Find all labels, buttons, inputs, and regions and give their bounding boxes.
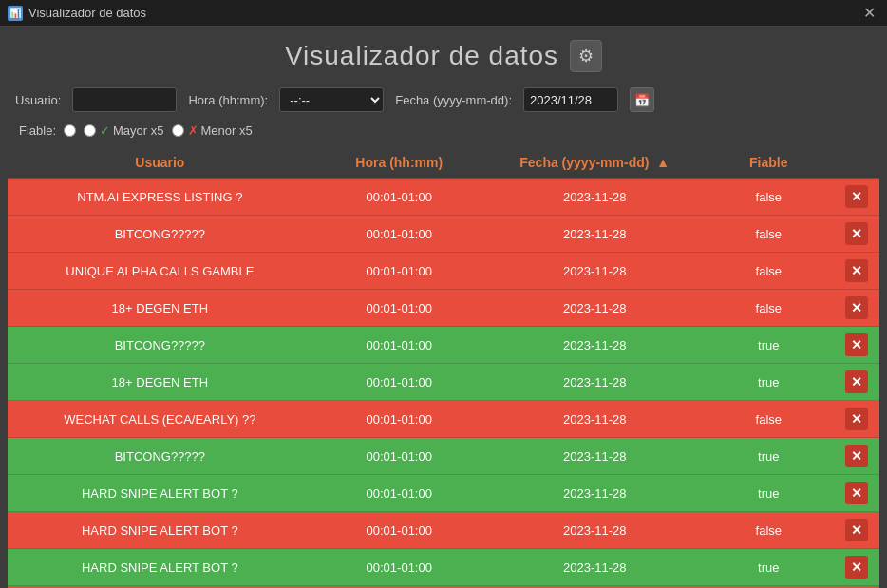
sort-arrow: ▲ — [656, 155, 670, 170]
cell-usuario: WECHAT CALLS (ECA/EARLY) ?? — [8, 401, 312, 438]
radio-menor-label: Menor x5 — [201, 123, 253, 138]
close-button[interactable]: ✕ — [859, 4, 879, 22]
cell-hora: 00:01-01:00 — [312, 216, 486, 253]
cell-fiable: true — [704, 549, 834, 586]
calendar-button[interactable]: 📅 — [630, 87, 654, 112]
table-container: Usuario Hora (hh:mm) Fecha (yyyy-mm-dd) … — [8, 147, 879, 588]
cell-hora: 00:01-01:00 — [312, 401, 486, 438]
hora-select[interactable]: --:-- — [279, 87, 384, 112]
radio-mayor[interactable] — [84, 124, 96, 137]
delete-button[interactable]: ✕ — [845, 296, 868, 319]
cell-hora: 00:01-01:00 — [312, 327, 486, 364]
cell-action: ✕ — [834, 549, 879, 586]
delete-button[interactable]: ✕ — [845, 408, 868, 430]
cell-fecha: 2023-11-28 — [486, 216, 704, 253]
radio-mayor-group: ✓ Mayor x5 — [84, 123, 163, 138]
cell-action: ✕ — [834, 475, 879, 512]
delete-button[interactable]: ✕ — [845, 333, 868, 356]
cell-fecha: 2023-11-28 — [486, 549, 704, 586]
cell-action: ✕ — [834, 438, 879, 475]
col-header-fiable[interactable]: Fiable — [704, 147, 834, 179]
cell-fiable: true — [704, 327, 834, 364]
calendar-icon: 📅 — [634, 93, 650, 107]
table-row: UNIQUE ALPHA CALLS GAMBLE00:01-01:002023… — [8, 253, 879, 290]
cell-fecha: 2023-11-28 — [486, 253, 704, 290]
cell-usuario: HARD SNIPE ALERT BOT ? — [8, 512, 312, 549]
cell-hora: 00:01-01:00 — [312, 290, 486, 327]
delete-button[interactable]: ✕ — [845, 519, 868, 541]
table-row: NTM.AI EXPRESS LISTING ?00:01-01:002023-… — [8, 179, 879, 216]
table-row: BITCONG?????00:01-01:002023-11-28false✕ — [8, 216, 879, 253]
radio-all[interactable] — [64, 124, 76, 137]
cell-hora: 00:01-01:00 — [312, 549, 486, 586]
page-title: Visualizador de datos — [285, 41, 558, 71]
fecha-input[interactable] — [523, 87, 618, 112]
radio-menor[interactable] — [172, 124, 184, 137]
app-icon: 📊 — [8, 6, 23, 21]
cell-hora: 00:01-01:00 — [312, 475, 486, 512]
cell-action: ✕ — [834, 179, 879, 216]
delete-button[interactable]: ✕ — [845, 222, 868, 245]
cell-usuario: HARD SNIPE ALERT BOT ? — [8, 549, 312, 586]
table-row: 18+ DEGEN ETH00:01-01:002023-11-28false✕ — [8, 290, 879, 327]
cell-fiable: true — [704, 438, 834, 475]
col-header-action — [834, 147, 879, 179]
delete-button[interactable]: ✕ — [845, 482, 868, 504]
fiable-section: Fiable: ✓ Mayor x5 ✗ Menor x5 — [19, 123, 253, 138]
cell-fecha: 2023-11-28 — [486, 401, 704, 438]
fecha-label: Fecha (yyyy-mm-dd): — [395, 93, 512, 107]
table-row: HARD SNIPE ALERT BOT ?00:01-01:002023-11… — [8, 475, 879, 512]
cell-usuario: BITCONG????? — [8, 327, 312, 364]
table-row: WECHAT CALLS (ECA/EARLY) ??00:01-01:0020… — [8, 401, 879, 438]
cell-fiable: false — [704, 179, 834, 216]
table-row: BITCONG?????00:01-01:002023-11-28true✕ — [8, 327, 879, 364]
delete-button[interactable]: ✕ — [845, 445, 868, 467]
col-header-usuario[interactable]: Usuario — [8, 147, 312, 179]
cell-fecha: 2023-11-28 — [486, 179, 704, 216]
delete-button[interactable]: ✕ — [845, 185, 868, 208]
table-row: BITCONG?????00:01-01:002023-11-28true✕ — [8, 438, 879, 475]
cell-usuario: BITCONG????? — [8, 438, 312, 475]
table-header-row: Usuario Hora (hh:mm) Fecha (yyyy-mm-dd) … — [8, 147, 879, 179]
radio-all-group — [64, 124, 76, 137]
cell-fiable: false — [704, 253, 834, 290]
gear-icon: ⚙ — [578, 46, 594, 66]
usuario-input[interactable] — [72, 87, 177, 112]
cell-action: ✕ — [834, 401, 879, 438]
col-header-hora[interactable]: Hora (hh:mm) — [312, 147, 486, 179]
table-row: HARD SNIPE ALERT BOT ?00:01-01:002023-11… — [8, 512, 879, 549]
delete-button[interactable]: ✕ — [845, 370, 868, 393]
cell-fecha: 2023-11-28 — [486, 327, 704, 364]
cell-fecha: 2023-11-28 — [486, 290, 704, 327]
cell-action: ✕ — [834, 327, 879, 364]
fiable-label: Fiable: — [19, 123, 56, 138]
cell-fiable: false — [704, 216, 834, 253]
cell-fiable: false — [704, 512, 834, 549]
cell-hora: 00:01-01:00 — [312, 179, 486, 216]
delete-button[interactable]: ✕ — [845, 556, 868, 579]
cell-fecha: 2023-11-28 — [486, 475, 704, 512]
delete-button[interactable]: ✕ — [845, 259, 868, 282]
radio-mayor-label: Mayor x5 — [113, 123, 163, 138]
cell-usuario: BITCONG????? — [8, 216, 312, 253]
cell-hora: 00:01-01:00 — [312, 438, 486, 475]
gear-button[interactable]: ⚙ — [570, 40, 602, 72]
cell-usuario: 18+ DEGEN ETH — [8, 364, 312, 401]
cell-fecha: 2023-11-28 — [486, 512, 704, 549]
cell-action: ✕ — [834, 364, 879, 401]
cell-usuario: NTM.AI EXPRESS LISTING ? — [8, 179, 312, 216]
table-row: 18+ DEGEN ETH00:01-01:002023-11-28true✕ — [8, 364, 879, 401]
radio-menor-group: ✗ Menor x5 — [172, 123, 253, 138]
col-header-fecha[interactable]: Fecha (yyyy-mm-dd) ▲ — [486, 147, 704, 179]
x-icon: ✗ — [188, 123, 198, 138]
cell-fecha: 2023-11-28 — [486, 364, 704, 401]
cell-fiable: false — [704, 401, 834, 438]
table-body: NTM.AI EXPRESS LISTING ?00:01-01:002023-… — [8, 179, 879, 589]
cell-usuario: 18+ DEGEN ETH — [8, 290, 312, 327]
cell-fiable: true — [704, 364, 834, 401]
cell-usuario: HARD SNIPE ALERT BOT ? — [8, 475, 312, 512]
usuario-label: Usuario: — [15, 93, 61, 107]
title-bar-left: 📊 Visualizador de datos — [8, 6, 146, 21]
cell-hora: 00:01-01:00 — [312, 253, 486, 290]
app-container: Visualizador de datos ⚙ Usuario: Hora (h… — [0, 27, 887, 588]
